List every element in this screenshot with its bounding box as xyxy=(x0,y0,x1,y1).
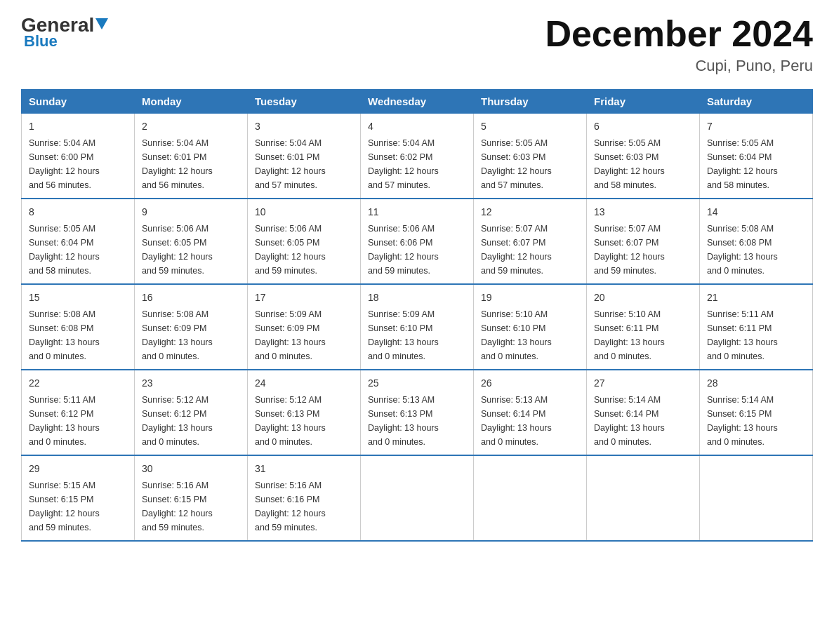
day-number: 20 xyxy=(594,290,692,305)
header-friday: Friday xyxy=(587,90,700,114)
logo-blue-text: Blue xyxy=(24,32,58,50)
calendar-cell: 8Sunrise: 5:05 AMSunset: 6:04 PMDaylight… xyxy=(22,199,135,284)
week-row-4: 22Sunrise: 5:11 AMSunset: 6:12 PMDayligh… xyxy=(22,370,813,455)
header-saturday: Saturday xyxy=(700,90,813,114)
day-info: Sunrise: 5:05 AMSunset: 6:04 PMDaylight:… xyxy=(707,136,805,192)
day-info: Sunrise: 5:04 AMSunset: 6:02 PMDaylight:… xyxy=(368,136,466,192)
day-number: 25 xyxy=(368,376,466,391)
calendar-cell: 25Sunrise: 5:13 AMSunset: 6:13 PMDayligh… xyxy=(361,370,474,455)
day-number: 14 xyxy=(707,205,805,220)
day-info: Sunrise: 5:16 AMSunset: 6:15 PMDaylight:… xyxy=(142,478,240,535)
calendar-cell: 2Sunrise: 5:04 AMSunset: 6:01 PMDaylight… xyxy=(135,114,248,199)
day-info: Sunrise: 5:08 AMSunset: 6:08 PMDaylight:… xyxy=(29,307,127,363)
day-info: Sunrise: 5:14 AMSunset: 6:14 PMDaylight:… xyxy=(594,393,692,449)
day-info: Sunrise: 5:04 AMSunset: 6:01 PMDaylight:… xyxy=(255,136,353,192)
day-info: Sunrise: 5:07 AMSunset: 6:07 PMDaylight:… xyxy=(481,222,579,278)
day-info: Sunrise: 5:05 AMSunset: 6:04 PMDaylight:… xyxy=(29,222,127,278)
header-wednesday: Wednesday xyxy=(361,90,474,114)
day-info: Sunrise: 5:04 AMSunset: 6:01 PMDaylight:… xyxy=(142,136,240,192)
day-number: 30 xyxy=(142,462,240,476)
day-info: Sunrise: 5:13 AMSunset: 6:14 PMDaylight:… xyxy=(481,393,579,449)
day-info: Sunrise: 5:11 AMSunset: 6:12 PMDaylight:… xyxy=(29,393,127,449)
page-header: General Blue December 2024 Cupi, Puno, P… xyxy=(21,14,813,75)
day-number: 27 xyxy=(594,376,692,391)
calendar-cell: 7Sunrise: 5:05 AMSunset: 6:04 PMDaylight… xyxy=(700,114,813,199)
calendar-cell: 9Sunrise: 5:06 AMSunset: 6:05 PMDaylight… xyxy=(135,199,248,284)
day-info: Sunrise: 5:14 AMSunset: 6:15 PMDaylight:… xyxy=(707,393,805,449)
calendar-cell: 21Sunrise: 5:11 AMSunset: 6:11 PMDayligh… xyxy=(700,284,813,370)
calendar-cell: 22Sunrise: 5:11 AMSunset: 6:12 PMDayligh… xyxy=(22,370,135,455)
day-info: Sunrise: 5:11 AMSunset: 6:11 PMDaylight:… xyxy=(707,307,805,363)
day-number: 11 xyxy=(368,205,466,220)
calendar-cell xyxy=(361,455,474,541)
calendar-cell: 31Sunrise: 5:16 AMSunset: 6:16 PMDayligh… xyxy=(248,455,361,541)
calendar-title: December 2024 xyxy=(545,14,813,54)
calendar-cell: 17Sunrise: 5:09 AMSunset: 6:09 PMDayligh… xyxy=(248,284,361,370)
day-number: 16 xyxy=(142,290,240,305)
day-info: Sunrise: 5:06 AMSunset: 6:05 PMDaylight:… xyxy=(255,222,353,278)
day-info: Sunrise: 5:10 AMSunset: 6:10 PMDaylight:… xyxy=(481,307,579,363)
week-row-5: 29Sunrise: 5:15 AMSunset: 6:15 PMDayligh… xyxy=(22,455,813,541)
calendar-cell: 14Sunrise: 5:08 AMSunset: 6:08 PMDayligh… xyxy=(700,199,813,284)
day-info: Sunrise: 5:05 AMSunset: 6:03 PMDaylight:… xyxy=(481,136,579,192)
day-number: 26 xyxy=(481,376,579,391)
calendar-cell: 27Sunrise: 5:14 AMSunset: 6:14 PMDayligh… xyxy=(587,370,700,455)
day-info: Sunrise: 5:15 AMSunset: 6:15 PMDaylight:… xyxy=(29,478,127,535)
day-info: Sunrise: 5:12 AMSunset: 6:13 PMDaylight:… xyxy=(255,393,353,449)
day-number: 31 xyxy=(255,462,353,476)
header-monday: Monday xyxy=(135,90,248,114)
day-info: Sunrise: 5:09 AMSunset: 6:10 PMDaylight:… xyxy=(368,307,466,363)
day-number: 13 xyxy=(594,205,692,220)
day-number: 10 xyxy=(255,205,353,220)
day-info: Sunrise: 5:09 AMSunset: 6:09 PMDaylight:… xyxy=(255,307,353,363)
title-block: December 2024 Cupi, Puno, Peru xyxy=(545,14,813,75)
day-info: Sunrise: 5:05 AMSunset: 6:03 PMDaylight:… xyxy=(594,136,692,192)
day-number: 2 xyxy=(142,119,240,134)
header-sunday: Sunday xyxy=(22,90,135,114)
calendar-cell xyxy=(700,455,813,541)
calendar-cell: 19Sunrise: 5:10 AMSunset: 6:10 PMDayligh… xyxy=(474,284,587,370)
calendar-cell: 1Sunrise: 5:04 AMSunset: 6:00 PMDaylight… xyxy=(22,114,135,199)
calendar-cell: 18Sunrise: 5:09 AMSunset: 6:10 PMDayligh… xyxy=(361,284,474,370)
calendar-header-row: SundayMondayTuesdayWednesdayThursdayFrid… xyxy=(22,90,813,114)
day-number: 4 xyxy=(368,119,466,134)
day-number: 7 xyxy=(707,119,805,134)
day-info: Sunrise: 5:04 AMSunset: 6:00 PMDaylight:… xyxy=(29,136,127,192)
day-number: 6 xyxy=(594,119,692,134)
calendar-cell: 26Sunrise: 5:13 AMSunset: 6:14 PMDayligh… xyxy=(474,370,587,455)
calendar-cell: 16Sunrise: 5:08 AMSunset: 6:09 PMDayligh… xyxy=(135,284,248,370)
day-info: Sunrise: 5:06 AMSunset: 6:06 PMDaylight:… xyxy=(368,222,466,278)
logo-triangle-icon xyxy=(95,18,108,29)
day-number: 1 xyxy=(29,119,127,134)
day-number: 3 xyxy=(255,119,353,134)
calendar-cell: 23Sunrise: 5:12 AMSunset: 6:12 PMDayligh… xyxy=(135,370,248,455)
day-number: 5 xyxy=(481,119,579,134)
calendar-cell: 20Sunrise: 5:10 AMSunset: 6:11 PMDayligh… xyxy=(587,284,700,370)
calendar-cell: 29Sunrise: 5:15 AMSunset: 6:15 PMDayligh… xyxy=(22,455,135,541)
day-number: 24 xyxy=(255,376,353,391)
week-row-2: 8Sunrise: 5:05 AMSunset: 6:04 PMDaylight… xyxy=(22,199,813,284)
calendar-cell: 4Sunrise: 5:04 AMSunset: 6:02 PMDaylight… xyxy=(361,114,474,199)
day-number: 22 xyxy=(29,376,127,391)
header-tuesday: Tuesday xyxy=(248,90,361,114)
day-info: Sunrise: 5:12 AMSunset: 6:12 PMDaylight:… xyxy=(142,393,240,449)
calendar-cell xyxy=(587,455,700,541)
day-number: 28 xyxy=(707,376,805,391)
calendar-cell: 6Sunrise: 5:05 AMSunset: 6:03 PMDaylight… xyxy=(587,114,700,199)
calendar-cell: 24Sunrise: 5:12 AMSunset: 6:13 PMDayligh… xyxy=(248,370,361,455)
day-number: 29 xyxy=(29,462,127,476)
calendar-cell: 11Sunrise: 5:06 AMSunset: 6:06 PMDayligh… xyxy=(361,199,474,284)
calendar-cell: 28Sunrise: 5:14 AMSunset: 6:15 PMDayligh… xyxy=(700,370,813,455)
day-number: 9 xyxy=(142,205,240,220)
calendar-cell xyxy=(474,455,587,541)
calendar-table: SundayMondayTuesdayWednesdayThursdayFrid… xyxy=(21,89,813,542)
calendar-cell: 10Sunrise: 5:06 AMSunset: 6:05 PMDayligh… xyxy=(248,199,361,284)
week-row-1: 1Sunrise: 5:04 AMSunset: 6:00 PMDaylight… xyxy=(22,114,813,199)
week-row-3: 15Sunrise: 5:08 AMSunset: 6:08 PMDayligh… xyxy=(22,284,813,370)
header-thursday: Thursday xyxy=(474,90,587,114)
calendar-cell: 12Sunrise: 5:07 AMSunset: 6:07 PMDayligh… xyxy=(474,199,587,284)
calendar-cell: 13Sunrise: 5:07 AMSunset: 6:07 PMDayligh… xyxy=(587,199,700,284)
location-subtitle: Cupi, Puno, Peru xyxy=(545,57,813,75)
day-info: Sunrise: 5:08 AMSunset: 6:08 PMDaylight:… xyxy=(707,222,805,278)
day-info: Sunrise: 5:16 AMSunset: 6:16 PMDaylight:… xyxy=(255,478,353,535)
